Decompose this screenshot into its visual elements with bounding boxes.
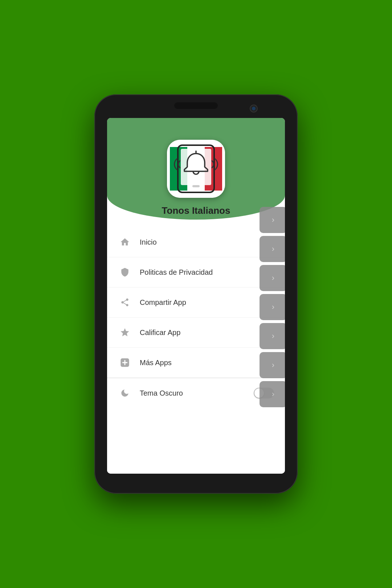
right-panel-item-1: › — [260, 207, 285, 233]
menu-label-calificar: Calificar App — [140, 328, 274, 337]
phone-screen: Tonos Italianos Inicio — [107, 118, 285, 474]
menu-label-mas-apps: Más Apps — [140, 359, 274, 367]
menu-label-inicio: Inicio — [140, 238, 274, 246]
svg-rect-7 — [192, 185, 200, 187]
right-panel-item-6: › — [260, 352, 285, 378]
menu-label-compartir: Compartir App — [140, 298, 274, 307]
shield-icon — [118, 265, 132, 279]
app-title: Tonos Italianos — [162, 205, 230, 216]
app-icon-container[interactable] — [167, 140, 225, 198]
right-panel-item-5: › — [260, 323, 285, 349]
menu-list: Inicio Politicas de Privacidad — [107, 227, 285, 474]
right-panel-item-2: › — [260, 236, 285, 262]
menu-label-privacidad: Politicas de Privacidad — [140, 268, 274, 277]
right-panel-item-3: › — [260, 265, 285, 291]
moon-icon — [118, 386, 132, 400]
menu-item-mas-apps[interactable]: Más Apps — [107, 348, 285, 378]
menu-item-inicio[interactable]: Inicio — [107, 227, 285, 257]
plus-icon — [118, 356, 132, 369]
menu-item-compartir[interactable]: Compartir App — [107, 287, 285, 318]
right-panel-item-4: › — [260, 294, 285, 320]
phone-device: Tonos Italianos Inicio — [94, 94, 298, 494]
menu-label-dark-mode: Tema Oscuro — [140, 389, 254, 397]
screen-content: Tonos Italianos Inicio — [107, 118, 285, 474]
right-panel-item-7: › — [260, 381, 285, 407]
menu-item-dark-mode[interactable]: Tema Oscuro — [107, 378, 285, 408]
menu-item-calificar[interactable]: Calificar App — [107, 318, 285, 348]
menu-item-privacidad[interactable]: Politicas de Privacidad — [107, 257, 285, 287]
share-icon — [118, 295, 132, 309]
home-icon — [118, 235, 132, 249]
phone-camera — [250, 105, 258, 113]
star-icon — [118, 326, 132, 339]
app-icon-svg — [167, 140, 225, 198]
right-panel: › › › › › › › — [260, 207, 285, 407]
svg-rect-5 — [181, 149, 211, 185]
